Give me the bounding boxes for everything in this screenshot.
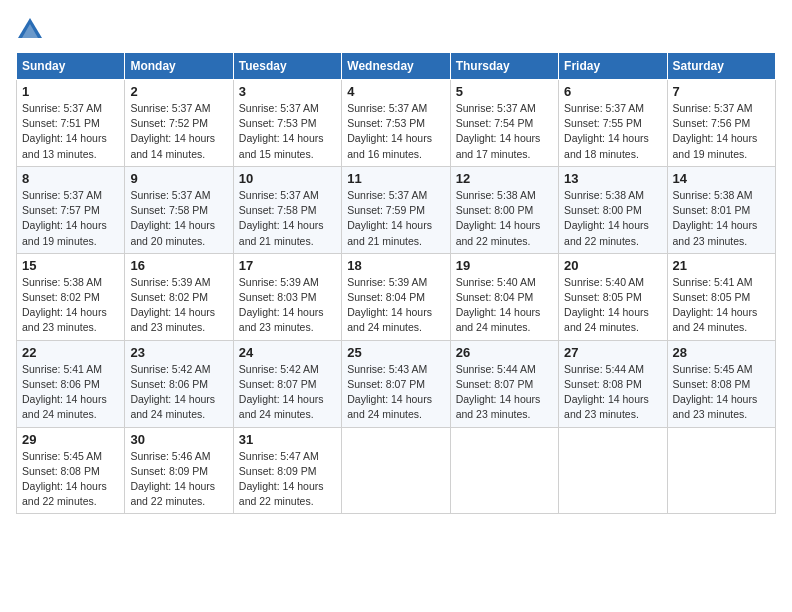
day-number: 4 bbox=[347, 84, 444, 99]
day-info: Sunrise: 5:37 AM Sunset: 7:53 PM Dayligh… bbox=[347, 101, 444, 162]
header-tuesday: Tuesday bbox=[233, 53, 341, 80]
calendar-week-row: 1Sunrise: 5:37 AM Sunset: 7:51 PM Daylig… bbox=[17, 80, 776, 167]
day-info: Sunrise: 5:37 AM Sunset: 7:52 PM Dayligh… bbox=[130, 101, 227, 162]
day-info: Sunrise: 5:45 AM Sunset: 8:08 PM Dayligh… bbox=[673, 362, 770, 423]
header-saturday: Saturday bbox=[667, 53, 775, 80]
day-number: 5 bbox=[456, 84, 553, 99]
day-info: Sunrise: 5:44 AM Sunset: 8:07 PM Dayligh… bbox=[456, 362, 553, 423]
day-info: Sunrise: 5:41 AM Sunset: 8:06 PM Dayligh… bbox=[22, 362, 119, 423]
day-number: 12 bbox=[456, 171, 553, 186]
day-number: 25 bbox=[347, 345, 444, 360]
day-info: Sunrise: 5:45 AM Sunset: 8:08 PM Dayligh… bbox=[22, 449, 119, 510]
calendar-cell: 7Sunrise: 5:37 AM Sunset: 7:56 PM Daylig… bbox=[667, 80, 775, 167]
day-number: 22 bbox=[22, 345, 119, 360]
day-number: 16 bbox=[130, 258, 227, 273]
day-number: 10 bbox=[239, 171, 336, 186]
calendar-cell: 14Sunrise: 5:38 AM Sunset: 8:01 PM Dayli… bbox=[667, 166, 775, 253]
day-info: Sunrise: 5:37 AM Sunset: 7:59 PM Dayligh… bbox=[347, 188, 444, 249]
calendar-cell: 1Sunrise: 5:37 AM Sunset: 7:51 PM Daylig… bbox=[17, 80, 125, 167]
calendar-cell: 17Sunrise: 5:39 AM Sunset: 8:03 PM Dayli… bbox=[233, 253, 341, 340]
calendar-cell: 8Sunrise: 5:37 AM Sunset: 7:57 PM Daylig… bbox=[17, 166, 125, 253]
logo bbox=[16, 16, 48, 44]
day-number: 19 bbox=[456, 258, 553, 273]
header-sunday: Sunday bbox=[17, 53, 125, 80]
day-info: Sunrise: 5:37 AM Sunset: 7:53 PM Dayligh… bbox=[239, 101, 336, 162]
day-info: Sunrise: 5:39 AM Sunset: 8:02 PM Dayligh… bbox=[130, 275, 227, 336]
calendar-week-row: 15Sunrise: 5:38 AM Sunset: 8:02 PM Dayli… bbox=[17, 253, 776, 340]
day-number: 24 bbox=[239, 345, 336, 360]
calendar-cell: 19Sunrise: 5:40 AM Sunset: 8:04 PM Dayli… bbox=[450, 253, 558, 340]
day-number: 2 bbox=[130, 84, 227, 99]
calendar-cell: 28Sunrise: 5:45 AM Sunset: 8:08 PM Dayli… bbox=[667, 340, 775, 427]
day-info: Sunrise: 5:38 AM Sunset: 8:01 PM Dayligh… bbox=[673, 188, 770, 249]
day-number: 3 bbox=[239, 84, 336, 99]
calendar-cell: 3Sunrise: 5:37 AM Sunset: 7:53 PM Daylig… bbox=[233, 80, 341, 167]
calendar-cell: 6Sunrise: 5:37 AM Sunset: 7:55 PM Daylig… bbox=[559, 80, 667, 167]
calendar-cell: 23Sunrise: 5:42 AM Sunset: 8:06 PM Dayli… bbox=[125, 340, 233, 427]
day-info: Sunrise: 5:37 AM Sunset: 7:57 PM Dayligh… bbox=[22, 188, 119, 249]
header-wednesday: Wednesday bbox=[342, 53, 450, 80]
calendar-cell: 11Sunrise: 5:37 AM Sunset: 7:59 PM Dayli… bbox=[342, 166, 450, 253]
header bbox=[16, 16, 776, 44]
calendar-week-row: 8Sunrise: 5:37 AM Sunset: 7:57 PM Daylig… bbox=[17, 166, 776, 253]
calendar-cell: 22Sunrise: 5:41 AM Sunset: 8:06 PM Dayli… bbox=[17, 340, 125, 427]
day-info: Sunrise: 5:39 AM Sunset: 8:04 PM Dayligh… bbox=[347, 275, 444, 336]
calendar-cell: 5Sunrise: 5:37 AM Sunset: 7:54 PM Daylig… bbox=[450, 80, 558, 167]
header-monday: Monday bbox=[125, 53, 233, 80]
day-number: 21 bbox=[673, 258, 770, 273]
calendar-cell: 30Sunrise: 5:46 AM Sunset: 8:09 PM Dayli… bbox=[125, 427, 233, 514]
day-number: 11 bbox=[347, 171, 444, 186]
calendar-week-row: 22Sunrise: 5:41 AM Sunset: 8:06 PM Dayli… bbox=[17, 340, 776, 427]
day-info: Sunrise: 5:38 AM Sunset: 8:00 PM Dayligh… bbox=[456, 188, 553, 249]
day-info: Sunrise: 5:40 AM Sunset: 8:05 PM Dayligh… bbox=[564, 275, 661, 336]
calendar-cell: 10Sunrise: 5:37 AM Sunset: 7:58 PM Dayli… bbox=[233, 166, 341, 253]
day-number: 9 bbox=[130, 171, 227, 186]
calendar-week-row: 29Sunrise: 5:45 AM Sunset: 8:08 PM Dayli… bbox=[17, 427, 776, 514]
header-thursday: Thursday bbox=[450, 53, 558, 80]
day-info: Sunrise: 5:37 AM Sunset: 7:54 PM Dayligh… bbox=[456, 101, 553, 162]
day-number: 7 bbox=[673, 84, 770, 99]
day-info: Sunrise: 5:47 AM Sunset: 8:09 PM Dayligh… bbox=[239, 449, 336, 510]
day-info: Sunrise: 5:37 AM Sunset: 7:58 PM Dayligh… bbox=[239, 188, 336, 249]
day-number: 1 bbox=[22, 84, 119, 99]
calendar-cell: 12Sunrise: 5:38 AM Sunset: 8:00 PM Dayli… bbox=[450, 166, 558, 253]
calendar-cell: 26Sunrise: 5:44 AM Sunset: 8:07 PM Dayli… bbox=[450, 340, 558, 427]
calendar-cell: 20Sunrise: 5:40 AM Sunset: 8:05 PM Dayli… bbox=[559, 253, 667, 340]
calendar-cell: 13Sunrise: 5:38 AM Sunset: 8:00 PM Dayli… bbox=[559, 166, 667, 253]
calendar-cell: 18Sunrise: 5:39 AM Sunset: 8:04 PM Dayli… bbox=[342, 253, 450, 340]
calendar-cell: 24Sunrise: 5:42 AM Sunset: 8:07 PM Dayli… bbox=[233, 340, 341, 427]
day-number: 6 bbox=[564, 84, 661, 99]
calendar-cell: 25Sunrise: 5:43 AM Sunset: 8:07 PM Dayli… bbox=[342, 340, 450, 427]
day-info: Sunrise: 5:37 AM Sunset: 7:51 PM Dayligh… bbox=[22, 101, 119, 162]
day-number: 28 bbox=[673, 345, 770, 360]
day-info: Sunrise: 5:37 AM Sunset: 7:55 PM Dayligh… bbox=[564, 101, 661, 162]
day-info: Sunrise: 5:37 AM Sunset: 7:58 PM Dayligh… bbox=[130, 188, 227, 249]
calendar-cell: 27Sunrise: 5:44 AM Sunset: 8:08 PM Dayli… bbox=[559, 340, 667, 427]
day-number: 17 bbox=[239, 258, 336, 273]
day-info: Sunrise: 5:40 AM Sunset: 8:04 PM Dayligh… bbox=[456, 275, 553, 336]
day-number: 26 bbox=[456, 345, 553, 360]
day-number: 15 bbox=[22, 258, 119, 273]
day-info: Sunrise: 5:46 AM Sunset: 8:09 PM Dayligh… bbox=[130, 449, 227, 510]
day-info: Sunrise: 5:39 AM Sunset: 8:03 PM Dayligh… bbox=[239, 275, 336, 336]
calendar-cell: 9Sunrise: 5:37 AM Sunset: 7:58 PM Daylig… bbox=[125, 166, 233, 253]
calendar-header-row: SundayMondayTuesdayWednesdayThursdayFrid… bbox=[17, 53, 776, 80]
day-info: Sunrise: 5:38 AM Sunset: 8:02 PM Dayligh… bbox=[22, 275, 119, 336]
day-number: 18 bbox=[347, 258, 444, 273]
calendar-cell: 15Sunrise: 5:38 AM Sunset: 8:02 PM Dayli… bbox=[17, 253, 125, 340]
day-number: 14 bbox=[673, 171, 770, 186]
calendar-cell bbox=[667, 427, 775, 514]
calendar-cell bbox=[342, 427, 450, 514]
day-info: Sunrise: 5:38 AM Sunset: 8:00 PM Dayligh… bbox=[564, 188, 661, 249]
day-number: 8 bbox=[22, 171, 119, 186]
calendar-cell: 31Sunrise: 5:47 AM Sunset: 8:09 PM Dayli… bbox=[233, 427, 341, 514]
header-friday: Friday bbox=[559, 53, 667, 80]
day-number: 30 bbox=[130, 432, 227, 447]
day-info: Sunrise: 5:37 AM Sunset: 7:56 PM Dayligh… bbox=[673, 101, 770, 162]
page-container: SundayMondayTuesdayWednesdayThursdayFrid… bbox=[16, 16, 776, 514]
day-info: Sunrise: 5:42 AM Sunset: 8:07 PM Dayligh… bbox=[239, 362, 336, 423]
calendar-cell: 2Sunrise: 5:37 AM Sunset: 7:52 PM Daylig… bbox=[125, 80, 233, 167]
calendar-cell bbox=[559, 427, 667, 514]
day-number: 23 bbox=[130, 345, 227, 360]
day-number: 20 bbox=[564, 258, 661, 273]
